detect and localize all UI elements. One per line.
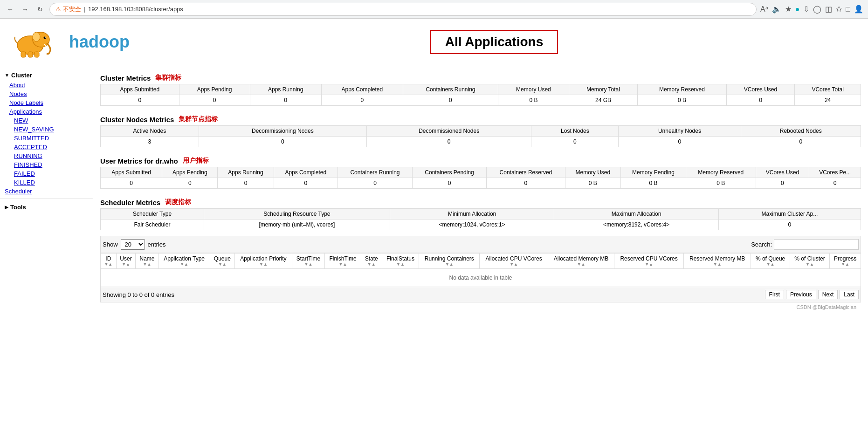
search-input[interactable] (774, 239, 859, 250)
metrics-td: 0 (403, 95, 498, 106)
user-metrics-table-wrapper: Apps SubmittedApps PendingApps RunningAp… (100, 167, 861, 194)
app-table-th[interactable]: Application Type▼▲ (158, 254, 210, 269)
back-button[interactable]: ← (5, 4, 16, 15)
sidebar-item-running[interactable]: RUNNING (5, 151, 93, 160)
metrics-th: Apps Pending (162, 167, 218, 178)
pagination: First Previous Next Last (765, 290, 859, 299)
read-aloud-icon[interactable]: 🔈 (772, 5, 781, 14)
metrics-th: Rebooted Nodes (741, 126, 861, 137)
metrics-th: Maximum Cluster Ap... (718, 209, 861, 220)
page-wrapper: hadoop All Applications ▼ Cluster About … (0, 19, 868, 446)
metrics-th: Memory Pending (620, 167, 686, 178)
show-entries: Show 10202550100 entries (103, 239, 166, 250)
sidebar-item-finished[interactable]: FINISHED (5, 160, 93, 169)
app-table-th[interactable]: Queue▼▲ (210, 254, 235, 269)
app-table-th[interactable]: Reserved Memory MB▼▲ (683, 254, 751, 269)
app-table-th[interactable]: Reserved CPU VCores▼▲ (614, 254, 684, 269)
app-table-th[interactable]: % of Cluster▼▲ (790, 254, 830, 269)
metrics-th: Containers Running (338, 167, 412, 178)
app-table-th[interactable]: Progress▼▲ (830, 254, 861, 269)
next-page-button[interactable]: Next (818, 290, 838, 299)
first-page-button[interactable]: First (765, 290, 784, 299)
metrics-td: 24 (795, 95, 861, 106)
metrics-td: 0 (366, 137, 531, 147)
app-table-th[interactable]: FinishTime▼▲ (325, 254, 361, 269)
sidebar-item-killed[interactable]: KILLED (5, 178, 93, 187)
sidebar-item-applications[interactable]: Applications (0, 107, 93, 116)
sidebar-item-scheduler[interactable]: Scheduler (0, 187, 93, 196)
app-table-th[interactable]: StartTime▼▲ (292, 254, 324, 269)
sidebar-item-submitted[interactable]: SUBMITTED (5, 134, 93, 143)
reload-button[interactable]: ↻ (34, 4, 46, 15)
metrics-td: 0 (619, 137, 741, 147)
cluster-nodes-table: Active NodesDecommissioning NodesDecommi… (100, 125, 861, 147)
previous-page-button[interactable]: Previous (786, 290, 816, 299)
metrics-td: 0 (101, 95, 179, 106)
app-table-th[interactable]: Allocated Memory MB▼▲ (548, 254, 614, 269)
cluster-metrics-header-row: Apps SubmittedApps PendingApps RunningAp… (101, 84, 861, 95)
user-metrics-value-row: 00000000 B0 B0 B00 (101, 178, 861, 189)
sidebar-cluster-toggle[interactable]: ▼ Cluster (0, 70, 93, 81)
metrics-th: Memory Reserved (638, 84, 727, 95)
metrics-td: 0 (412, 178, 486, 189)
user-metrics-header-row: Apps SubmittedApps PendingApps RunningAp… (101, 167, 861, 178)
metrics-th: VCores Pe... (809, 167, 861, 178)
app-table-th[interactable]: FinalStatus▼▲ (382, 254, 419, 269)
user-metrics-title: User Metrics for dr.who 用户指标 (100, 157, 861, 165)
metrics-th: Memory Used (498, 84, 569, 95)
metrics-th: Apps Submitted (101, 167, 162, 178)
url-text[interactable]: 192.168.198.103:8088/cluster/apps (88, 6, 183, 13)
sidebar-item-node-labels[interactable]: Node Labels (0, 98, 93, 107)
metrics-td: 0 (101, 178, 162, 189)
sidebar-item-about[interactable]: About (0, 81, 93, 89)
circle-icon[interactable]: ● (795, 5, 800, 14)
app-table-th[interactable]: % of Queue▼▲ (751, 254, 790, 269)
app-table-th[interactable]: Application Priority▼▲ (235, 254, 292, 269)
sidebar-item-new-saving[interactable]: NEW_SAVING (5, 125, 93, 134)
collections-icon[interactable]: □ (846, 5, 850, 14)
entries-select[interactable]: 10202550100 (121, 239, 145, 250)
cluster-metrics-title: Cluster Metrics 集群指标 (100, 74, 861, 82)
sidebar-item-accepted[interactable]: ACCEPTED (5, 143, 93, 151)
app-table-th[interactable]: Name▼▲ (136, 254, 158, 269)
svg-rect-6 (28, 52, 33, 57)
table-count: Showing 0 to 0 of 0 entries (103, 291, 174, 298)
favorites-icon[interactable]: ★ (785, 5, 792, 14)
download-icon[interactable]: ⇩ (803, 5, 809, 14)
app-table-th[interactable]: User▼▲ (116, 254, 136, 269)
sidebar-item-failed[interactable]: FAILED (5, 169, 93, 178)
scheduler-metrics-table-wrapper: Scheduler TypeScheduling Resource TypeMi… (100, 208, 861, 236)
app-table-th[interactable]: State▼▲ (361, 254, 382, 269)
browser-chrome: ← → ↻ ⚠ 不安全 | 192.168.198.103:8088/clust… (0, 0, 868, 19)
svg-point-4 (33, 32, 40, 41)
extensions-icon[interactable]: ◯ (813, 5, 821, 14)
metrics-td: 0 (218, 178, 274, 189)
page-header: hadoop All Applications (0, 19, 868, 65)
sidebar-tools-toggle[interactable]: ▶ Tools (0, 202, 93, 213)
metrics-td: 0 (531, 137, 619, 147)
sidebar-item-nodes[interactable]: Nodes (0, 89, 93, 98)
metrics-td: 0 (487, 178, 565, 189)
splitscreen-icon[interactable]: ◫ (825, 5, 832, 14)
show-label: Show (103, 241, 118, 248)
metrics-td: 24 GB (569, 95, 637, 106)
metrics-th: Decommissioned Nodes (366, 126, 531, 137)
app-table-th[interactable]: Running Containers▼▲ (419, 254, 480, 269)
metrics-th: Containers Pending (412, 167, 486, 178)
last-page-button[interactable]: Last (840, 290, 859, 299)
profile-icon[interactable]: 👤 (854, 5, 863, 14)
metrics-th: Lost Nodes (531, 126, 619, 137)
app-table-th[interactable]: Allocated CPU VCores▼▲ (480, 254, 548, 269)
sidebar-item-new[interactable]: NEW (5, 116, 93, 125)
bookmarks-icon[interactable]: ✩ (836, 5, 842, 14)
apps-header-row: ID▼▲User▼▲Name▼▲Application Type▼▲Queue▼… (101, 254, 861, 269)
metrics-td: 0 (338, 178, 412, 189)
metrics-td: 0 B (638, 95, 727, 106)
app-table-th[interactable]: ID▼▲ (101, 254, 117, 269)
metrics-th: Maximum Allocation (554, 209, 718, 220)
address-separator: | (84, 6, 85, 13)
metrics-td: 0 B (565, 178, 620, 189)
translate-icon[interactable]: Aᵃ (760, 5, 768, 14)
forward-button[interactable]: → (20, 4, 31, 15)
metrics-th: Containers Running (403, 84, 498, 95)
